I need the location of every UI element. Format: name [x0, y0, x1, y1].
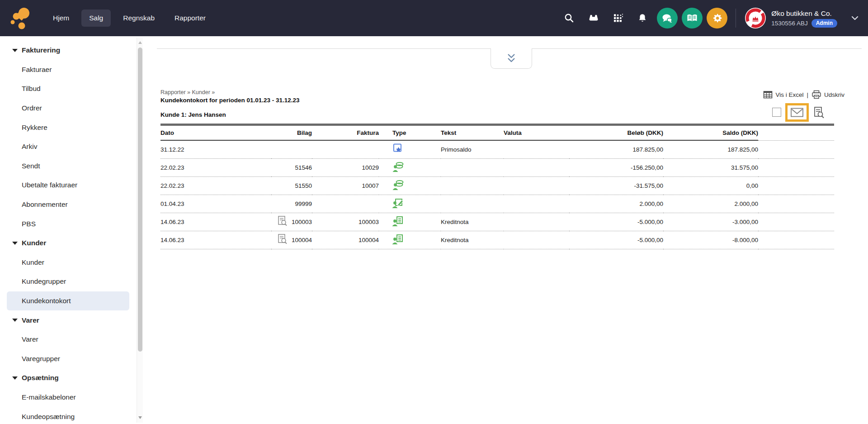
sidebar-item-rykkere[interactable]: Rykkere [0, 118, 144, 137]
sidebar-item-kundeopsætning[interactable]: Kundeopsætning [0, 407, 144, 424]
column-header-valuta: Valuta [504, 126, 569, 140]
sidebar-section-varer[interactable]: Varer [0, 310, 144, 330]
cell-valuta [504, 176, 569, 195]
scrollbar-down-arrow-icon[interactable] [138, 416, 142, 419]
sidebar-item-varegrupper[interactable]: Varegrupper [0, 349, 144, 369]
apps-grid-icon[interactable] [613, 13, 623, 24]
sidebar-item-e-mailskabeloner[interactable]: E-mailskabeloner [0, 388, 144, 407]
sidebar-item-varer[interactable]: Varer [0, 330, 144, 349]
chevron-down-icon[interactable] [850, 13, 860, 23]
sidebar-item-abonnementer[interactable]: Abonnementer [0, 195, 144, 214]
sidebar-item-fakturaer[interactable]: Fakturaer [0, 60, 144, 80]
sidebar-item-ubetalte-fakturaer[interactable]: Ubetalte fakturaer [0, 176, 144, 195]
sidebar-section-kunder[interactable]: Kunder [0, 233, 144, 253]
print-button[interactable]: Udskriv [811, 90, 844, 99]
bilag-number: 51546 [295, 164, 312, 171]
cell-bilag: 99999 [271, 195, 312, 213]
sidebar-scrollbar-thumb[interactable] [138, 48, 142, 352]
cell-filler [758, 195, 834, 213]
inbox-icon[interactable] [588, 13, 599, 24]
cell-dato: 14.06.23 [160, 213, 271, 231]
main-nav: HjemSalgRegnskabRapporter [45, 10, 213, 27]
cell-tekst: Kreditnota [441, 231, 504, 249]
customer-invoice-icon[interactable] [392, 221, 404, 228]
sidebar-item-kundekontokort[interactable]: Kundekontokort [7, 291, 129, 311]
sidebar-scrollbar[interactable] [137, 38, 143, 423]
account-info: Øko butikken & Co. 1530556 ABJ Admin [771, 9, 837, 28]
column-header-beløb-dkk-: Beløb (DKK) [569, 126, 663, 140]
cell-beloeb: -31.575,00 [569, 176, 663, 195]
cell-beloeb: -156.250,00 [569, 158, 663, 176]
nav-item-salg[interactable]: Salg [81, 10, 111, 27]
caret-down-icon [12, 376, 18, 380]
cell-valuta [504, 231, 569, 249]
manual-entry-icon[interactable] [392, 203, 404, 210]
cell-type [379, 231, 441, 249]
send-email-icon[interactable] [790, 107, 804, 118]
sidebar-section-label: Kunder [22, 239, 46, 247]
empty-checkbox[interactable] [772, 108, 781, 117]
bilag-number: 99999 [295, 200, 312, 207]
cell-faktura: 10029 [312, 158, 379, 176]
breadcrumb[interactable]: Rapporter » Kunder » [160, 89, 215, 95]
caret-down-icon [12, 319, 18, 322]
cell-dato: 22.02.23 [160, 176, 271, 195]
cell-dato: 22.02.23 [160, 158, 271, 176]
customer-account-table: DatoBilagFakturaTypeTekstValutaBeløb (DK… [160, 124, 834, 249]
report-actions: Vis i Excel | Udskriv [763, 90, 844, 99]
sidebar-item-sendt[interactable]: Sendt [0, 157, 144, 176]
sidebar-item-kunder[interactable]: Kunder [0, 253, 144, 272]
collapse-filter-panel-tab[interactable] [491, 48, 532, 69]
customer-invoice-icon[interactable] [392, 239, 404, 246]
cell-filler [758, 158, 834, 176]
cell-dato: 14.06.23 [160, 231, 271, 249]
notifications-bell-icon[interactable] [637, 13, 648, 24]
support-chat-icon[interactable] [657, 8, 678, 29]
send-email-highlight-box[interactable] [785, 103, 809, 122]
scrollbar-up-arrow-icon[interactable] [138, 41, 142, 44]
column-header-dato: Dato [160, 126, 271, 140]
nav-item-hjem[interactable]: Hjem [45, 10, 77, 27]
search-icon[interactable] [564, 13, 575, 24]
customer-payment-icon[interactable] [392, 185, 404, 192]
account-menu[interactable]: Øko butikken & Co. 1530556 ABJ Admin [745, 8, 860, 29]
cell-filler [758, 213, 834, 231]
customer-header: Kunde 1: Jens Hansen [160, 111, 226, 118]
cell-dato: 01.04.23 [160, 195, 271, 213]
sidebar-section-label: Opsætning [22, 374, 59, 382]
primosaldo-icon[interactable] [392, 149, 403, 156]
cell-type [379, 140, 441, 158]
settings-gear-icon[interactable] [707, 8, 727, 29]
sidebar-item-ordrer[interactable]: Ordrer [0, 99, 144, 118]
sidebar-item-tilbud[interactable]: Tilbud [0, 79, 144, 99]
printer-icon [811, 90, 821, 99]
sidebar-item-pbs[interactable]: PBS [0, 214, 144, 233]
bilag-document-search-icon[interactable] [277, 215, 288, 228]
customer-payment-icon[interactable] [392, 167, 404, 174]
sidebar-section-fakturering[interactable]: Fakturering [0, 41, 144, 60]
cell-filler [758, 140, 834, 158]
account-number: 1530556 ABJ [771, 20, 807, 27]
table-row: 22.02.235155010007-31.575,000,00 [160, 176, 834, 195]
admin-badge: Admin [811, 19, 837, 28]
table-row: 22.02.235154610029-156.250,0031.575,00 [160, 158, 834, 176]
sidebar-section-opsætning[interactable]: Opsætning [0, 368, 144, 388]
nav-item-rapporter[interactable]: Rapporter [167, 10, 213, 27]
sidebar-section-label: Fakturering [22, 46, 60, 54]
column-header-saldo-dkk-: Saldo (DKK) [663, 126, 758, 140]
bilag-document-search-icon[interactable] [277, 233, 288, 246]
cell-faktura [312, 195, 379, 213]
nav-item-regnskab[interactable]: Regnskab [115, 10, 162, 27]
company-logo-icon [745, 8, 766, 29]
view-in-excel-button[interactable]: Vis i Excel [763, 91, 803, 99]
sidebar-item-kundegrupper[interactable]: Kundegrupper [0, 272, 144, 291]
cell-faktura: 100004 [312, 231, 379, 249]
sidebar-item-arkiv[interactable]: Arkiv [0, 137, 144, 157]
cell-saldo: 31.575,00 [663, 158, 758, 176]
bilag-number: 51550 [295, 182, 312, 189]
knowledge-book-icon[interactable] [682, 8, 703, 29]
app-logo-icon[interactable] [10, 7, 31, 29]
cell-bilag: 100003 [271, 213, 312, 231]
document-search-icon[interactable] [813, 106, 825, 119]
cell-beloeb: 187.825,00 [569, 140, 663, 158]
